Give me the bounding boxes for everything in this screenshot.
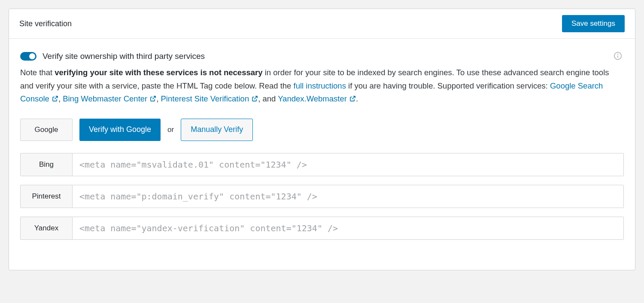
pinterest-verification-link[interactable]: Pinterest Site Verification bbox=[161, 94, 249, 103]
verify-ownership-toggle[interactable] bbox=[20, 52, 36, 61]
yandex-webmaster-link[interactable]: Yandex.Webmaster bbox=[278, 94, 347, 103]
bing-webmaster-link[interactable]: Bing Webmaster Center bbox=[63, 94, 147, 103]
google-field-label: Google bbox=[20, 119, 73, 141]
note-text-part: , bbox=[58, 94, 63, 103]
manually-verify-button[interactable]: Manually Verify bbox=[181, 119, 253, 141]
note-text-part: , bbox=[156, 94, 161, 103]
pinterest-field-row: Pinterest bbox=[20, 185, 624, 208]
or-separator: or bbox=[167, 119, 174, 141]
verify-with-google-button[interactable]: Verify with Google bbox=[79, 119, 161, 141]
panel-title: Site verification bbox=[19, 19, 72, 28]
info-icon[interactable] bbox=[614, 52, 622, 60]
bing-input[interactable] bbox=[73, 153, 624, 176]
external-link-icon bbox=[150, 95, 156, 102]
toggle-row: Verify site ownership with third party s… bbox=[20, 52, 624, 61]
note-text-part: Note that bbox=[20, 68, 55, 77]
google-row: Google Verify with Google or Manually Ve… bbox=[20, 119, 624, 141]
panel-body: Verify site ownership with third party s… bbox=[9, 39, 635, 270]
toggle-label: Verify site ownership with third party s… bbox=[43, 52, 205, 61]
bing-field-label: Bing bbox=[20, 153, 73, 176]
external-link-icon bbox=[349, 95, 356, 102]
note-text-part: . bbox=[356, 94, 358, 103]
pinterest-input[interactable] bbox=[73, 185, 624, 208]
note-bold: verifying your site with these services … bbox=[55, 68, 262, 77]
yandex-input[interactable] bbox=[73, 217, 624, 240]
panel-header: Site verification Save settings bbox=[9, 9, 635, 39]
external-link-icon bbox=[252, 95, 258, 102]
bing-field-row: Bing bbox=[20, 153, 624, 176]
yandex-field-label: Yandex bbox=[20, 217, 73, 240]
note-text-part: , and bbox=[258, 94, 278, 103]
save-settings-button[interactable]: Save settings bbox=[562, 15, 625, 32]
svg-point-2 bbox=[618, 54, 618, 55]
note-text: Note that verifying your site with these… bbox=[20, 66, 624, 106]
site-verification-panel: Site verification Save settings Verify s… bbox=[9, 9, 635, 270]
note-text-part: if you are having trouble. Supported ver… bbox=[346, 81, 550, 90]
external-link-icon bbox=[52, 95, 58, 102]
yandex-field-row: Yandex bbox=[20, 217, 624, 240]
pinterest-field-label: Pinterest bbox=[20, 185, 73, 208]
full-instructions-link[interactable]: full instructions bbox=[294, 81, 346, 90]
